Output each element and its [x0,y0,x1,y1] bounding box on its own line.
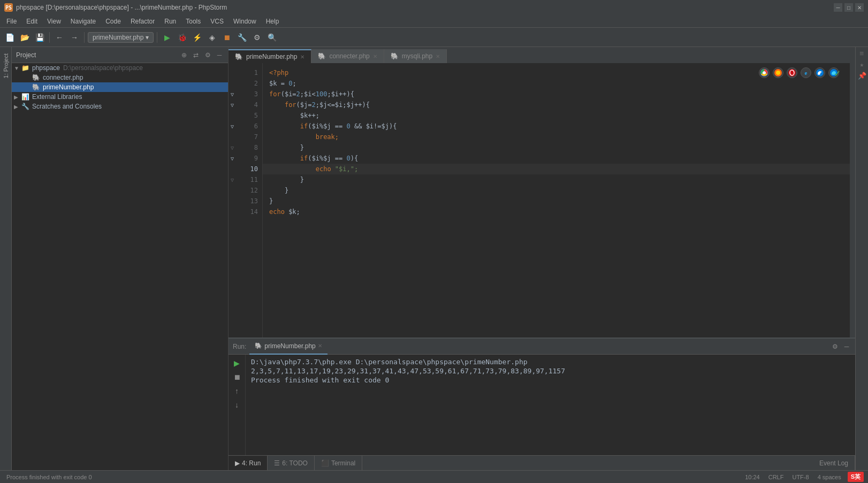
menu-vcs[interactable]: VCS [206,17,228,26]
close-button[interactable]: ✕ [855,3,864,12]
minimize-panel-button[interactable]: ─ [215,51,224,59]
code-content[interactable]: e ✓ <?php [263,63,850,338]
code-line-14[interactable]: echo $k; [263,206,850,217]
bottom-tab-eventlog[interactable]: Event Log [813,456,855,471]
tab-php-icon-2: 🐘 [318,52,326,60]
menu-code[interactable]: Code [101,17,125,26]
gear-icon[interactable]: ⚙ [203,51,212,59]
save-button[interactable]: 💾 [33,31,46,44]
indent-selector[interactable]: 4 spaces [816,474,843,480]
ie-icon[interactable]: e [801,67,811,78]
firefox-icon[interactable] [773,67,783,78]
code-line-12[interactable]: } [263,185,850,196]
bottom-tab-todo[interactable]: ☰ 6: TODO [268,456,315,471]
chrome-icon[interactable] [759,67,770,78]
opera-icon[interactable] [787,67,797,78]
fold-11[interactable]: ▽ [229,174,236,185]
favorites-icon[interactable]: ★ [860,60,864,68]
stop-button[interactable]: ⏹ [220,31,233,44]
fold-9[interactable]: ▽ [229,153,236,164]
settings-button[interactable]: ⚙ [250,31,263,44]
line-ending-selector[interactable]: CRLF [766,474,786,480]
back-button[interactable]: ← [53,31,66,44]
file-selector[interactable]: primeNumber.php ▾ [88,32,154,43]
run-settings-button[interactable]: ⚙ [831,342,839,351]
search-everywhere-button[interactable]: 🔍 [265,31,278,44]
line-numbers: 1 2 3 4 5 6 7 8 9 10 11 12 13 14 [236,63,263,338]
code-editor[interactable]: ▽ ▽ ▽ ▽ ▽ ▽ 1 2 3 [229,63,855,338]
tab-close-connecter[interactable]: ✕ [373,53,377,59]
new-file-button[interactable]: 📄 [3,31,16,44]
run-tab-close[interactable]: ✕ [318,343,322,349]
build-button[interactable]: 🔧 [235,31,248,44]
minimize-button[interactable]: ─ [834,3,842,12]
fold-4[interactable]: ▽ [229,99,236,110]
menu-refactor[interactable]: Refactor [126,17,159,26]
tab-close-primenumber[interactable]: ✕ [300,54,304,60]
menu-view[interactable]: View [43,17,65,26]
code-line-6[interactable]: if($i%$j == 0 && $i!=$j){ [263,121,850,132]
code-line-10[interactable]: echo "$i,"; [263,164,850,174]
run-button[interactable]: ▶ [161,31,173,44]
profile-button[interactable]: ◈ [205,31,218,44]
line-num-14: 14 [236,206,262,217]
run-tab-icon: 🐘 [255,342,262,349]
menu-run[interactable]: Run [160,17,180,26]
code-line-11[interactable]: } [263,174,850,185]
tree-item-primenumber[interactable]: 🐘 primeNumber.php [12,82,228,92]
fold-3[interactable]: ▽ [229,89,236,99]
open-button[interactable]: 📂 [18,31,31,44]
pin-icon[interactable]: 📌 [858,72,866,80]
code-line-4[interactable]: for($j=2;$j<=$i;$j++){ [263,99,850,110]
tree-item-connecter[interactable]: 🐘 connecter.php [12,73,228,82]
structure-icon[interactable]: ≡ [860,49,864,57]
bottom-tab-terminal[interactable]: ⬛ Terminal [315,456,362,471]
code-line-3[interactable]: for($i=2;$i<100;$i++){ [263,89,850,99]
maximize-button[interactable]: □ [844,3,853,12]
menu-help[interactable]: Help [262,17,284,26]
code-line-9[interactable]: if($i%$j == 0){ [263,153,850,164]
run-play-button[interactable]: ▶ [231,357,243,370]
code-line-5[interactable]: $k++; [263,110,850,121]
run-minimize-button[interactable]: ─ [842,342,851,351]
menu-tools[interactable]: Tools [181,17,205,26]
fold-6[interactable]: ▽ [229,121,236,132]
run-with-coverage-button[interactable]: ⚡ [191,31,203,44]
sync-button[interactable]: ⇄ [192,51,200,59]
tab-primenumber[interactable]: 🐘 primeNumber.php ✕ [229,49,311,63]
code-line-7[interactable]: break; [263,132,850,142]
tree-root-phpspace[interactable]: ▼ 📁 phpspace D:\personalspace\phpspace [12,63,228,73]
tree-item-external-libs[interactable]: ▶ 📊 External Libraries [12,92,228,102]
debug-button[interactable]: 🐞 [176,31,188,44]
tab-close-mysqli[interactable]: ✕ [436,53,440,59]
menu-navigate[interactable]: Navigate [66,17,100,26]
project-sidebar-tab[interactable]: 1: Project [1,49,11,82]
app-logo: PS [4,3,13,12]
charset-selector[interactable]: UTF-8 [790,474,811,480]
separator-1 [49,32,50,43]
menu-window[interactable]: Window [229,17,261,26]
code-token: ($i%$j == [308,155,346,162]
forward-button[interactable]: → [68,31,81,44]
tab-mysqli[interactable]: 🐘 mysqli.php ✕ [384,49,447,63]
code-line-8[interactable]: } [263,142,850,153]
bottom-tab-run[interactable]: ▶ 4: Run [229,456,268,471]
code-line-13[interactable]: } [263,196,850,206]
run-stop-button[interactable]: ⏹ [231,371,243,384]
fold-8[interactable]: ▽ [229,142,236,153]
run-scroll-up-button[interactable]: ↑ [231,385,243,397]
window-controls[interactable]: ─ □ ✕ [834,3,864,12]
code-token: echo [316,165,335,173]
run-tab-primenumber[interactable]: 🐘 primeNumber.php ✕ [249,339,327,355]
menu-file[interactable]: File [2,17,21,26]
add-button[interactable]: ⊕ [180,51,188,59]
menu-edit[interactable]: Edit [22,17,42,26]
collapse-arrow-icon: ▼ [14,65,21,71]
tab-connecter[interactable]: 🐘 connecter.php ✕ [311,49,384,63]
tree-item-scratches[interactable]: ▶ 🔧 Scratches and Consoles [12,102,228,111]
edge-icon[interactable] [814,67,825,78]
run-scroll-down-button[interactable]: ↓ [231,398,243,411]
editor-scrollbar[interactable] [850,63,855,338]
code-line-2[interactable]: $k = 0; [263,78,850,89]
editor-area: 🐘 primeNumber.php ✕ 🐘 connecter.php ✕ 🐘 … [229,47,855,470]
